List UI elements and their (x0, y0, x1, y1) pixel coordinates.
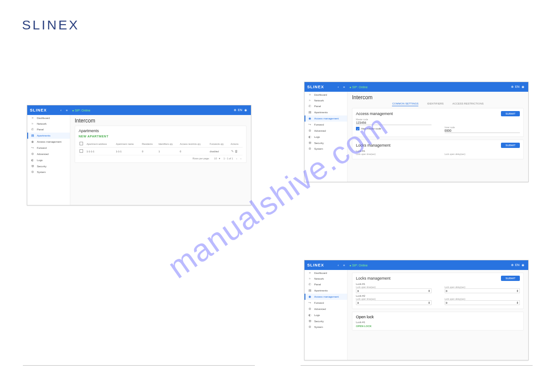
sidebar-item-access[interactable]: ◉Access management (305, 294, 347, 300)
lock-time-label: Lock open time(sec) (356, 153, 432, 155)
lang-label[interactable]: EN (238, 108, 242, 111)
sidebar-item-advanced[interactable]: ⚙Advanced (305, 306, 347, 312)
spinner-icon[interactable]: ⇕ (428, 289, 430, 292)
user-icon[interactable]: ◉ (522, 263, 524, 266)
sidebar-item-forward[interactable]: ↪Forward (305, 300, 347, 306)
sidebar-item-advanced[interactable]: ⚙Advanced (27, 151, 70, 157)
sidebar-item-security[interactable]: ⛨Security (305, 140, 347, 146)
sidebar-item-panel[interactable]: ✆Panel (305, 281, 347, 288)
chevron-left-icon[interactable]: ‹ (338, 86, 339, 89)
sidebar-item-network[interactable]: ≈Network (305, 97, 347, 103)
system-icon: ⚙ (30, 170, 35, 174)
user-icon[interactable]: ◉ (522, 85, 524, 88)
spinner-icon[interactable]: ⇕ (516, 301, 519, 304)
cell-name: 1-1-1 (115, 147, 141, 155)
dashboard-icon: ≡ (30, 116, 35, 119)
sidebar-item-apartments[interactable]: ▤Apartments (305, 109, 347, 115)
submit-button[interactable]: SUBMIT (501, 111, 520, 116)
rpp-select[interactable]: 10 ▾ (213, 157, 220, 160)
delete-icon[interactable]: 🗑 (235, 150, 238, 153)
topbar: SLINEX ‹ ≡ ● SIP: Online ⊕EN ◉ (305, 260, 528, 270)
sidebar-item-apartments[interactable]: ▤Apartments (305, 288, 347, 294)
menu-icon[interactable]: ≡ (66, 109, 68, 112)
sidebar-item-dashboard[interactable]: ≡Dashboard (305, 92, 347, 97)
lock1-time-input[interactable]: 3⇕ (356, 288, 432, 293)
sidebar-item-panel[interactable]: ✆Panel (305, 103, 347, 109)
sidebar-item-forward[interactable]: ↪Forward (305, 122, 347, 128)
screenshot-locks: SLINEX ‹ ≡ ● SIP: Online ⊕EN ◉ ≡Dashboar… (304, 260, 529, 360)
sidebar-item-forward[interactable]: ↪Forward (27, 145, 70, 151)
submit-button[interactable]: SUBMIT (501, 143, 520, 148)
chevron-left-icon[interactable]: ‹ (338, 264, 339, 267)
lang-label[interactable]: EN (515, 263, 519, 266)
lock1-label: Lock #1 (356, 321, 520, 324)
brand-small: SLINEX (307, 85, 324, 89)
lock2-delay-input[interactable]: 0⇕ (445, 300, 520, 305)
page-prev[interactable]: ‹ (236, 157, 237, 160)
sidebar-item-logs[interactable]: ◐Logs (305, 312, 347, 318)
spinner-icon[interactable]: ⇕ (428, 301, 430, 304)
sidebar-item-system[interactable]: ⚙System (305, 146, 347, 152)
menu-icon[interactable]: ≡ (343, 264, 345, 267)
lang-label[interactable]: EN (515, 85, 519, 88)
page-next[interactable]: › (240, 157, 241, 160)
globe-icon[interactable]: ⊕ (511, 85, 514, 88)
sidebar-item-access[interactable]: ◉Access management (305, 115, 347, 122)
sidebar-item-network[interactable]: ≈Network (305, 276, 347, 281)
lock-delay-label: Lock open delay(sec) (445, 153, 520, 155)
inner-code-input[interactable]: 0000 (445, 129, 520, 133)
tab-restrictions[interactable]: ACCESS RESTRICTIONS (453, 102, 484, 106)
master-code-input[interactable]: 123456 (356, 121, 432, 125)
lock1-label: Lock #1 (356, 283, 520, 285)
apartments-icon: ▤ (30, 134, 35, 137)
sip-status: ● SIP: Online (72, 109, 91, 112)
sidebar-item-system[interactable]: ⚙System (305, 324, 347, 330)
spinner-icon[interactable]: ⇕ (516, 289, 519, 292)
sidebar-item-security[interactable]: ⛨Security (305, 318, 347, 324)
chevron-left-icon[interactable]: ‹ (61, 109, 62, 112)
tab-identifiers[interactable]: IDENTIFIERS (427, 102, 443, 106)
sidebar-item-logs[interactable]: ◐Logs (27, 157, 70, 163)
checkbox-row[interactable] (80, 149, 83, 153)
lock1-label: Lock #1 (356, 150, 520, 152)
tab-common[interactable]: COMMON SETTINGS (392, 102, 418, 106)
sip-status: ● SIP: Online (349, 86, 368, 89)
apartments-table: Apartment address Apartment name Residen… (79, 140, 243, 155)
col-name: Apartment name (115, 140, 141, 147)
sidebar-item-panel[interactable]: ✆Panel (27, 126, 70, 133)
section-title: Locks management (356, 143, 391, 147)
sidebar-item-access[interactable]: ◉Access management (27, 139, 70, 145)
globe-icon[interactable]: ⊕ (511, 263, 514, 266)
cell-fwq: disabled (209, 147, 229, 155)
section-title: Open lock (356, 315, 520, 319)
sidebar-item-security[interactable]: ⛨Security (27, 163, 70, 169)
open-lock-link[interactable]: OPEN LOCK (356, 325, 372, 327)
sidebar-item-network[interactable]: ≈Network (27, 121, 70, 126)
has-master-checkbox[interactable]: ✓Has master code (356, 127, 432, 130)
sidebar-item-dashboard[interactable]: ≡Dashboard (305, 270, 347, 276)
page-title: Intercom (75, 118, 247, 124)
cell-idq: 1 (158, 147, 179, 155)
sidebar-item-logs[interactable]: ◐Logs (305, 134, 347, 140)
divider (301, 365, 533, 366)
sidebar-item-advanced[interactable]: ⚙Advanced (305, 128, 347, 134)
menu-icon[interactable]: ≡ (343, 86, 345, 89)
topbar: SLINEX ‹ ≡ ● SIP: Online ⊕EN ◉ (305, 82, 528, 92)
lock1-delay-input[interactable]: 0⇕ (445, 288, 520, 293)
divider (23, 365, 255, 366)
new-apartment-link[interactable]: NEW APARTMENT (79, 135, 243, 138)
checkbox-all[interactable] (80, 142, 83, 145)
globe-icon[interactable]: ⊕ (234, 108, 236, 111)
pagination: Rows per page: 10 ▾ 1 - 1 of 1 ‹ › (79, 155, 243, 160)
edit-icon[interactable]: ✎ (231, 150, 234, 153)
submit-button[interactable]: SUBMIT (501, 276, 520, 281)
user-icon[interactable]: ◉ (244, 108, 247, 111)
lock2-time-input[interactable]: 3⇕ (356, 300, 432, 305)
sidebar-item-apartments[interactable]: ▤Apartments (27, 133, 70, 139)
sidebar-item-system[interactable]: ⚙System (27, 169, 70, 175)
sidebar-item-dashboard[interactable]: ≡Dashboard (27, 115, 70, 121)
panel-icon: ✆ (30, 128, 35, 131)
tabs: COMMON SETTINGS IDENTIFIERS ACCESS RESTR… (352, 102, 524, 106)
table-row[interactable]: 1-1-1-1 1-1-1 0 1 0 disabled ✎🗑 (79, 147, 243, 155)
sidebar: ≡Dashboard ≈Network ✆Panel ▤Apartments ◉… (27, 115, 70, 205)
